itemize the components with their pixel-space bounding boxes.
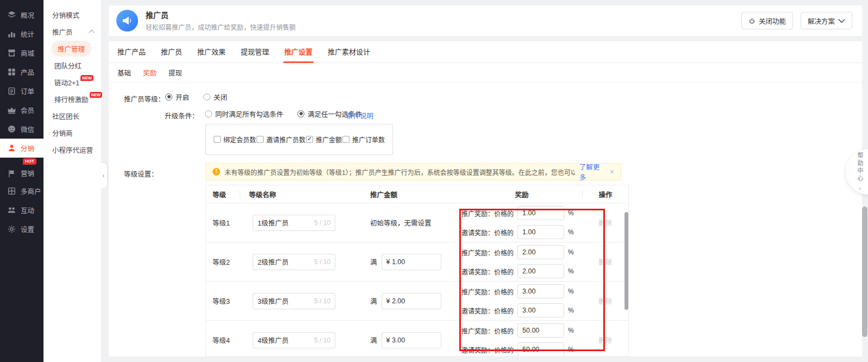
char-counter: 5 / 10	[314, 297, 330, 305]
delete-link[interactable]: 删除	[598, 335, 612, 345]
radio-option[interactable]: 关闭	[203, 92, 227, 102]
level-cell: 等级2	[206, 242, 240, 281]
amount-cell: 满 ¥ 2.00	[360, 282, 452, 320]
tab[interactable]: 推广素材设计	[328, 41, 370, 63]
submenu-item[interactable]: 推广管理	[43, 40, 101, 57]
sub-tab[interactable]: 奖励	[143, 67, 157, 78]
amount-input[interactable]: ¥ 1.00	[382, 254, 441, 270]
sub-tab[interactable]: 提现	[168, 67, 182, 78]
solution-button[interactable]: 解决方案	[801, 12, 852, 29]
order-icon	[7, 86, 16, 96]
sidebar-item[interactable]: 产品	[0, 63, 43, 82]
sidebar-item[interactable]: 多商户	[0, 182, 43, 201]
delete-link[interactable]: 删除	[598, 257, 612, 267]
chevron-up-icon[interactable]	[89, 29, 95, 35]
submenu-item[interactable]: 小程序代运营	[43, 141, 101, 158]
invite-rate-input[interactable]: 50.00	[517, 342, 564, 357]
sidebar-item[interactable]: 统计	[0, 24, 43, 43]
condition-checkbox[interactable]: 推广金额	[306, 135, 342, 144]
sidebar-item[interactable]: 概况	[0, 5, 43, 24]
layers-icon	[7, 10, 16, 20]
sidebar-item[interactable]: 互动	[0, 201, 43, 220]
secondary-sidebar: 分销模式 推广员 推广管理 团队分红 链动2+1	[43, 0, 101, 362]
level-cell: 等级3	[206, 282, 240, 320]
condition-help-link[interactable]: 条件说明	[346, 110, 373, 121]
submenu-item[interactable]: 链动2+1 NEW	[43, 74, 101, 91]
close-icon[interactable]: ×	[610, 167, 614, 176]
delete-link[interactable]: 删除	[598, 217, 612, 228]
sidebar-item[interactable]: 分销	[0, 139, 43, 158]
tab[interactable]: 推广员	[161, 41, 182, 63]
char-counter: 5 / 10	[314, 336, 330, 344]
sidebar-item[interactable]: 商城	[0, 43, 43, 63]
condition-checkbox[interactable]: 推广订单数	[342, 135, 385, 144]
invite-rate-input[interactable]: 1.00	[517, 225, 564, 239]
submenu-item[interactable]: 分销模式	[43, 7, 101, 23]
name-cell: 4级推广员 5 / 10	[240, 321, 360, 357]
promo-rate-input[interactable]: 3.00	[517, 284, 564, 298]
tab-bar: 推广产品推广员推广效果提现管理推广设置推广素材设计	[109, 41, 862, 63]
tab[interactable]: 推广设置	[284, 41, 313, 63]
gear-icon	[7, 224, 16, 234]
amount-cell: 初始等级，无需设置	[360, 203, 452, 242]
level-name-input[interactable]: 4级推广员 5 / 10	[253, 332, 335, 348]
sidebar-collapse-handle[interactable]: ‹	[100, 163, 107, 188]
percent-unit: %	[568, 327, 574, 334]
radio-icon	[297, 110, 304, 117]
megaphone-icon	[116, 10, 138, 32]
submenu-item[interactable]: 社区团长	[43, 108, 101, 124]
sidebar-item[interactable]: 微信	[0, 120, 43, 139]
action-cell: 删除	[582, 242, 628, 281]
submenu-item[interactable]: 排行榜激励 NEW	[43, 91, 101, 108]
condition-checkbox-panel: 绑定会员数 邀请推广员数 推广金额 推广订单数	[205, 124, 393, 155]
submenu-item[interactable]: 分销商	[43, 124, 101, 141]
promo-rate-input[interactable]: 2.00	[517, 245, 564, 259]
sidebar-item[interactable]: 设置	[0, 220, 43, 239]
level-name-input[interactable]: 3级推广员 5 / 10	[253, 293, 335, 309]
hot-badge: HOT	[23, 158, 36, 165]
invite-rate-input[interactable]: 2.00	[517, 264, 564, 278]
checkbox-icon	[342, 136, 349, 143]
learn-more-link[interactable]: 了解更多	[579, 161, 602, 182]
promoter-level-label: 推广员等级：	[124, 93, 165, 104]
upgrade-condition-radio-group: 同时满足所有勾选条件 满足任一勾选条件	[205, 108, 362, 119]
tab[interactable]: 推广效果	[197, 41, 226, 63]
checkbox-icon	[214, 136, 221, 143]
tab[interactable]: 推广产品	[117, 41, 146, 63]
checkbox-icon	[306, 136, 313, 143]
radio-icon	[165, 93, 172, 101]
amount-cell: 满 ¥ 3.00	[360, 321, 452, 357]
delete-link[interactable]: 删除	[598, 296, 612, 306]
radio-option[interactable]: 开启	[165, 92, 189, 102]
amount-input[interactable]: ¥ 3.00	[382, 332, 441, 348]
close-feature-button[interactable]: 关闭功能	[741, 12, 793, 29]
level-name-input[interactable]: 1级推广员 5 / 10	[253, 215, 335, 231]
sidebar-item[interactable]: 会员	[0, 101, 43, 120]
table-scrollbar-thumb[interactable]	[625, 212, 628, 310]
page-scrollbar-thumb[interactable]	[862, 207, 867, 337]
action-cell: 删除	[582, 321, 628, 357]
sidebar-item[interactable]: 营销 HOT	[0, 158, 43, 182]
condition-checkbox[interactable]: 邀请推广员数	[257, 135, 305, 144]
radio-option[interactable]: 同时满足所有勾选条件	[205, 109, 283, 119]
amount-input[interactable]: ¥ 2.00	[382, 293, 441, 309]
level-name-input[interactable]: 2级推广员 5 / 10	[253, 254, 335, 270]
submenu-item[interactable]: 团队分红	[43, 57, 101, 74]
col-header-reward: 奖励	[452, 189, 582, 199]
col-header-action: 操作	[582, 190, 628, 198]
invite-rate-input[interactable]: 3.00	[517, 303, 564, 317]
table-row: 等级4 4级推广员 5 / 10 满 ¥ 3.00 推广奖励：	[206, 321, 628, 357]
submenu-item[interactable]: 推广员	[43, 23, 101, 40]
col-header-amount: 推广金额	[360, 189, 452, 199]
page-subtitle: 轻松招募推广员，成功推广给奖励，快速提升销售额	[146, 22, 296, 32]
promo-rate-input[interactable]: 1.00	[517, 206, 564, 220]
tab[interactable]: 提现管理	[241, 41, 269, 63]
condition-checkbox[interactable]: 绑定会员数	[214, 135, 256, 144]
person-icon	[7, 143, 16, 153]
reward-cell: 推广奖励：价格的 50.00 % 邀请奖励：价格的 50.00 %	[452, 321, 582, 357]
sidebar-item[interactable]: 订单	[0, 82, 43, 101]
promo-rate-input[interactable]: 50.00	[517, 323, 564, 338]
percent-unit: %	[568, 307, 574, 314]
sub-tab[interactable]: 基础	[117, 67, 131, 78]
people-icon	[7, 205, 16, 215]
